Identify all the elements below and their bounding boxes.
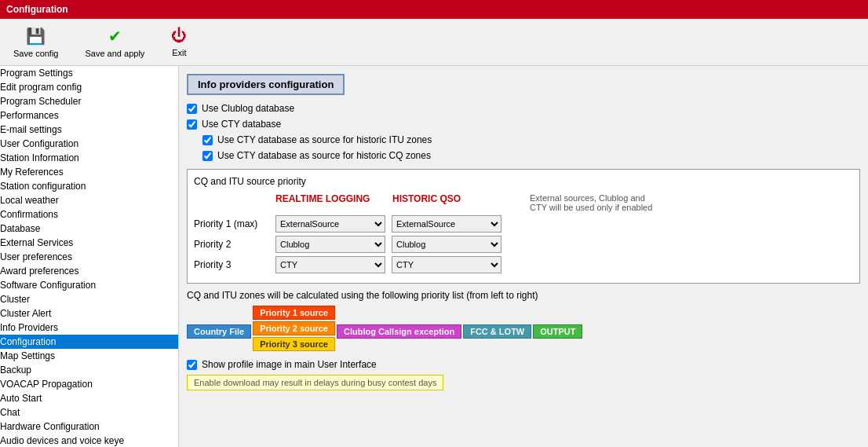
priority-3-historic-select[interactable]: ExternalSource Clublog CTY bbox=[392, 256, 501, 273]
sidebar-item-cluster[interactable]: Cluster bbox=[0, 292, 178, 306]
priority-sources-label: CQ and ITU zones will be calculated usin… bbox=[187, 290, 860, 301]
show-profile-label: Show profile image in main User Interfac… bbox=[202, 359, 377, 370]
sidebar-item-label-confirmations: Confirmations bbox=[0, 209, 58, 220]
use-cty-label: Use CTY database bbox=[202, 119, 281, 130]
exit-icon: ⏻ bbox=[171, 27, 187, 45]
sidebar-item-cluster-alert[interactable]: Cluster Alert bbox=[0, 306, 178, 321]
sidebar-item-program-scheduler[interactable]: Program Scheduler bbox=[0, 94, 178, 108]
sidebar-item-software-configuration[interactable]: Software Configuration bbox=[0, 278, 178, 292]
sidebar-item-user-preferences[interactable]: User preferences bbox=[0, 250, 178, 264]
priority-1-label: Priority 1 (max) bbox=[194, 218, 272, 229]
sidebar-item-label-my-references: My References bbox=[0, 167, 64, 178]
output-block: OUTPUT bbox=[533, 324, 582, 339]
sidebar-item-label-database: Database bbox=[0, 223, 40, 234]
priority-2-realtime-select[interactable]: ExternalSource Clublog CTY bbox=[275, 236, 385, 253]
title-bar-label: Configuration bbox=[6, 4, 68, 15]
priority-2-source-block: Priority 2 source bbox=[253, 321, 335, 335]
priority-label-spacer bbox=[194, 193, 272, 212]
sidebar-item-local-weather[interactable]: Local weather bbox=[0, 193, 178, 207]
sidebar-item-auto-start[interactable]: Auto Start bbox=[0, 391, 178, 405]
block-col-fcc: FCC & LOTW bbox=[463, 306, 531, 339]
exit-button[interactable]: ⏻ Exit bbox=[164, 23, 194, 61]
use-cty-checkbox[interactable] bbox=[187, 119, 197, 130]
sidebar-item-label-program-settings: Program Settings bbox=[0, 68, 73, 79]
sidebar-item-label-map-settings: Map Settings bbox=[0, 350, 55, 361]
priority-3-realtime-select[interactable]: ExternalSource Clublog CTY bbox=[275, 256, 385, 273]
spacer-fcc bbox=[463, 306, 531, 323]
sidebar: Program SettingsEdit program configProgr… bbox=[0, 66, 179, 447]
sidebar-item-database[interactable]: Database bbox=[0, 222, 178, 236]
show-profile-row: Show profile image in main User Interfac… bbox=[187, 359, 860, 370]
sidebar-item-map-settings[interactable]: Map Settings bbox=[0, 349, 178, 363]
use-cty-row: Use CTY database bbox=[187, 119, 860, 130]
sidebar-item-label-hardware-configuration: Hardware Configuration bbox=[0, 421, 100, 432]
use-cty-cq-label: Use CTY database as source for historic … bbox=[217, 150, 431, 161]
sidebar-item-label-chat: Chat bbox=[0, 407, 20, 418]
sidebar-item-label-cluster-alert: Cluster Alert bbox=[0, 308, 51, 319]
block-col-output: OUTPUT bbox=[533, 306, 582, 339]
sidebar-item-station-information[interactable]: Station Information bbox=[0, 151, 178, 165]
sidebar-item-label-local-weather: Local weather bbox=[0, 195, 59, 206]
priority-blocks: Country File Priority 1 source Priority … bbox=[187, 306, 860, 351]
sidebar-item-label-audio-devices: Audio devices and voice keye bbox=[0, 435, 124, 446]
sidebar-item-label-edit-program-config: Edit program config bbox=[0, 82, 82, 93]
sidebar-item-info-providers[interactable]: Info Providers bbox=[0, 321, 178, 335]
sidebar-item-email-settings[interactable]: E-mail settings bbox=[0, 123, 178, 137]
use-clublog-row: Use Clublog database bbox=[187, 103, 860, 114]
historic-header: HISTORIC QSO bbox=[392, 193, 514, 212]
sidebar-item-chat[interactable]: Chat bbox=[0, 405, 178, 420]
priority-3-source-block: Priority 3 source bbox=[253, 337, 335, 351]
sidebar-item-label-voacap-propagation: VOACAP Propagation bbox=[0, 379, 93, 390]
realtime-header: REALTIME LOGGING bbox=[275, 193, 389, 212]
sidebar-item-edit-program-config[interactable]: Edit program config bbox=[0, 80, 178, 94]
sidebar-item-my-references[interactable]: My References bbox=[0, 165, 178, 179]
save-config-button[interactable]: 💾 Save config bbox=[6, 23, 65, 62]
sidebar-item-external-services[interactable]: External Services bbox=[0, 236, 178, 250]
sidebar-item-label-auto-start: Auto Start bbox=[0, 393, 42, 404]
priority-row-1: Priority 1 (max) ExternalSource Clublog … bbox=[194, 215, 853, 233]
sidebar-item-hardware-configuration[interactable]: Hardware Configuration bbox=[0, 420, 178, 434]
clublog-callsign-block: Clublog Callsign exception bbox=[337, 324, 461, 339]
save-config-label: Save config bbox=[13, 49, 58, 58]
save-and-apply-label: Save and apply bbox=[85, 49, 144, 58]
sidebar-item-label-email-settings: E-mail settings bbox=[0, 124, 62, 135]
sidebar-item-audio-devices[interactable]: Audio devices and voice keye bbox=[0, 434, 178, 447]
sidebar-item-confirmations[interactable]: Confirmations bbox=[0, 207, 178, 222]
sidebar-item-label-user-preferences: User preferences bbox=[0, 251, 72, 262]
block-col-mid: Priority 1 source Priority 2 source Prio… bbox=[253, 306, 335, 351]
save-and-apply-button[interactable]: ✔ Save and apply bbox=[78, 23, 151, 62]
sidebar-item-voacap-propagation[interactable]: VOACAP Propagation bbox=[0, 377, 178, 391]
sidebar-item-performances[interactable]: Performances bbox=[0, 108, 178, 123]
sidebar-item-program-settings[interactable]: Program Settings bbox=[0, 66, 178, 80]
priority-1-realtime-select[interactable]: ExternalSource Clublog CTY bbox=[275, 215, 385, 233]
priority-sources-section: CQ and ITU zones will be calculated usin… bbox=[187, 290, 860, 351]
info-msg: Enable download may result in delays dur… bbox=[187, 375, 443, 390]
sidebar-item-station-configuration[interactable]: Station configuration bbox=[0, 179, 178, 193]
sidebar-item-label-backup: Backup bbox=[0, 365, 31, 376]
sidebar-item-award-preferences[interactable]: Award preferences bbox=[0, 264, 178, 278]
spacer-output bbox=[533, 306, 582, 323]
sidebar-item-label-info-providers: Info Providers bbox=[0, 322, 58, 333]
use-cty-itu-row: Use CTY database as source for historic … bbox=[202, 134, 860, 145]
sidebar-item-user-configuration[interactable]: User Configuration bbox=[0, 137, 178, 151]
use-cty-cq-checkbox[interactable] bbox=[202, 151, 213, 161]
sidebar-item-label-program-scheduler: Program Scheduler bbox=[0, 96, 81, 107]
section-title: Info providers configuration bbox=[187, 74, 345, 95]
sidebar-item-configuration[interactable]: Configuration bbox=[0, 335, 178, 349]
sidebar-scroll[interactable]: Program SettingsEdit program configProgr… bbox=[0, 66, 178, 447]
priority-2-historic-select[interactable]: ExternalSource Clublog CTY bbox=[392, 236, 501, 253]
sidebar-item-backup[interactable]: Backup bbox=[0, 363, 178, 377]
bottom-section: Show profile image in main User Interfac… bbox=[187, 359, 860, 390]
priority-section-title: CQ and ITU source priority bbox=[194, 176, 853, 187]
sidebar-item-label-user-configuration: User Configuration bbox=[0, 138, 78, 149]
save-config-icon: 💾 bbox=[26, 27, 46, 46]
priority-1-historic-select[interactable]: ExternalSource Clublog CTY bbox=[392, 215, 501, 233]
use-clublog-checkbox[interactable] bbox=[187, 104, 197, 114]
save-and-apply-icon: ✔ bbox=[108, 27, 122, 46]
use-cty-itu-checkbox[interactable] bbox=[202, 135, 213, 145]
block-col-left: Country File bbox=[187, 306, 251, 339]
priority-section: CQ and ITU source priority REALTIME LOGG… bbox=[187, 169, 860, 284]
country-file-block: Country File bbox=[187, 324, 251, 339]
show-profile-checkbox[interactable] bbox=[187, 360, 197, 370]
sidebar-item-label-station-information: Station Information bbox=[0, 152, 79, 163]
